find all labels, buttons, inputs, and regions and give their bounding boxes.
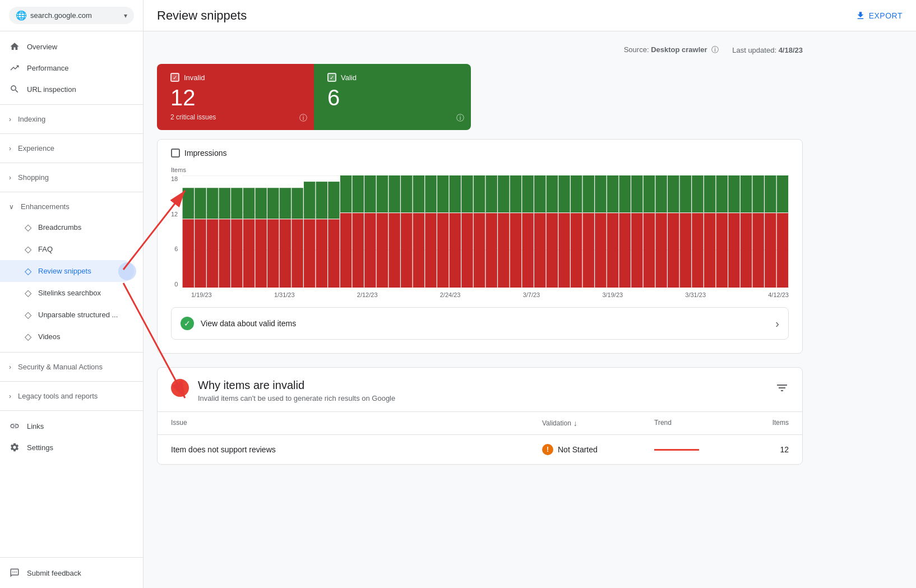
- svg-rect-95: [547, 175, 558, 213]
- sidebar-item-experience[interactable]: › Experience: [0, 138, 143, 158]
- sidebar-item-videos[interactable]: ◇ Videos: [0, 326, 134, 348]
- submit-feedback-label: Submit feedback: [27, 569, 125, 577]
- svg-rect-125: [668, 175, 679, 213]
- sidebar-item-legacy[interactable]: › Legacy tools and reports: [0, 386, 143, 406]
- svg-rect-86: [510, 175, 521, 213]
- svg-rect-110: [607, 175, 618, 213]
- svg-rect-130: [692, 213, 704, 288]
- impressions-checkbox[interactable]: [171, 149, 180, 158]
- sidebar-item-label-shopping: Shopping: [18, 173, 49, 182]
- svg-rect-59: [401, 175, 412, 213]
- sidebar-nav: Overview Performance URL inspection › In…: [0, 31, 143, 557]
- valid-items-link[interactable]: ✓ View data about valid items ›: [171, 307, 789, 340]
- sidebar-item-overview[interactable]: Overview: [0, 36, 134, 57]
- y-axis-labels: 18 12 6 0: [171, 175, 180, 288]
- svg-rect-70: [450, 213, 461, 288]
- sidebar-item-label-links: Links: [27, 422, 125, 430]
- sidebar-item-label-overview: Overview: [27, 43, 125, 51]
- svg-rect-19: [243, 219, 255, 288]
- site-name: search.google.com: [30, 11, 121, 20]
- svg-rect-58: [401, 213, 412, 288]
- sidebar-item-review-snippets[interactable]: ◇ Review snippets: [0, 260, 134, 282]
- x-label-8: 4/12/23: [768, 291, 789, 298]
- column-validation[interactable]: Validation ↓: [542, 419, 654, 428]
- svg-rect-50: [364, 175, 376, 213]
- help-icon-invalid[interactable]: ⓘ: [299, 113, 307, 123]
- svg-rect-25: [267, 219, 279, 288]
- svg-rect-35: [304, 182, 315, 219]
- svg-rect-4: [183, 219, 194, 288]
- why-invalid-title: Why items are invalid: [198, 379, 395, 392]
- valid-checkbox[interactable]: [327, 73, 336, 82]
- diamond-icon-unparsable: ◇: [25, 309, 31, 320]
- svg-rect-118: [644, 213, 655, 288]
- svg-rect-83: [498, 175, 509, 213]
- sidebar-item-performance[interactable]: Performance: [0, 57, 134, 78]
- svg-rect-14: [219, 188, 230, 219]
- diamond-icon-review-snippets: ◇: [25, 266, 31, 276]
- sidebar-item-sitelinks-searchbox[interactable]: ◇ Sitelinks searchbox: [0, 282, 134, 304]
- svg-rect-67: [437, 213, 448, 288]
- valid-card-header: Valid: [327, 73, 457, 82]
- svg-rect-151: [777, 213, 788, 288]
- why-invalid-subtitle: Invalid items can't be used to generate …: [198, 394, 395, 402]
- nav-divider-4: [0, 192, 143, 192]
- diamond-icon-sitelinks: ◇: [25, 288, 31, 298]
- sidebar-sub-item-label-sitelinks: Sitelinks searchbox: [38, 289, 101, 297]
- svg-rect-16: [231, 219, 242, 288]
- valid-items-text: View data about valid items: [201, 319, 296, 328]
- svg-rect-113: [619, 175, 631, 213]
- filter-icon[interactable]: [775, 381, 789, 397]
- sidebar-item-label-enhancements: Enhancements: [21, 202, 70, 211]
- help-icon-valid[interactable]: ⓘ: [456, 113, 464, 123]
- help-icon-source[interactable]: ⓘ: [711, 45, 719, 54]
- svg-rect-145: [753, 213, 764, 288]
- sidebar-item-settings[interactable]: Settings: [0, 437, 134, 458]
- export-button[interactable]: EXPORT: [855, 11, 903, 21]
- chevron-down-icon-2: ∨: [9, 203, 14, 211]
- svg-rect-68: [437, 175, 448, 213]
- svg-rect-22: [256, 219, 267, 288]
- svg-rect-80: [486, 175, 497, 213]
- sidebar-item-unparsable[interactable]: ◇ Unparsable structured ...: [0, 304, 134, 326]
- diamond-icon-breadcrumbs: ◇: [25, 222, 31, 233]
- chart-y-label: Items: [171, 166, 789, 173]
- impressions-toggle[interactable]: Impressions: [171, 149, 789, 158]
- sidebar-item-security[interactable]: › Security & Manual Actions: [0, 357, 143, 377]
- invalid-count: 12: [170, 84, 300, 111]
- sidebar-item-breadcrumbs[interactable]: ◇ Breadcrumbs: [0, 216, 134, 238]
- svg-rect-103: [583, 213, 594, 288]
- invalid-status-card[interactable]: Invalid 12 2 critical issues ⓘ: [157, 64, 314, 130]
- sidebar-bottom: Submit feedback: [0, 557, 143, 588]
- trend-cell: [654, 449, 744, 451]
- svg-rect-137: [716, 175, 728, 213]
- svg-rect-38: [316, 182, 327, 219]
- sidebar-item-indexing[interactable]: › Indexing: [0, 109, 143, 129]
- page-title: Review snippets: [157, 8, 247, 23]
- invalid-checkbox[interactable]: [170, 73, 179, 82]
- sidebar-item-enhancements[interactable]: ∨ Enhancements: [0, 197, 143, 216]
- sidebar-item-links[interactable]: Links: [0, 415, 134, 437]
- valid-status-card[interactable]: Valid 6 ⓘ: [314, 64, 471, 130]
- svg-rect-43: [340, 213, 351, 288]
- site-selector[interactable]: 🌐 search.google.com ▾: [9, 7, 134, 24]
- sidebar-item-label-url-inspection: URL inspection: [27, 85, 125, 94]
- sidebar-item-faq[interactable]: ◇ FAQ: [0, 238, 134, 260]
- x-label-2: 1/31/23: [274, 291, 295, 298]
- validation-cell: ! Not Started: [542, 444, 654, 455]
- submit-feedback-button[interactable]: Submit feedback: [0, 562, 134, 584]
- source-value: Desktop crawler: [651, 45, 707, 54]
- sidebar-item-url-inspection[interactable]: URL inspection: [0, 78, 134, 100]
- table-row[interactable]: Item does not support reviews ! Not Star…: [158, 434, 802, 464]
- svg-rect-89: [522, 175, 534, 213]
- issues-table-header: Issue Validation ↓ Trend Items: [158, 411, 802, 434]
- chevron-right-icon: ›: [9, 115, 11, 123]
- svg-rect-142: [741, 213, 752, 288]
- sidebar-item-shopping[interactable]: › Shopping: [0, 168, 143, 187]
- svg-rect-41: [328, 182, 339, 219]
- svg-rect-107: [595, 175, 606, 213]
- sidebar-sub-item-label-faq: FAQ: [38, 245, 53, 253]
- sidebar-sub-item-label-videos: Videos: [38, 332, 61, 341]
- svg-rect-146: [753, 175, 764, 213]
- chevron-right-icon-2: ›: [9, 145, 11, 152]
